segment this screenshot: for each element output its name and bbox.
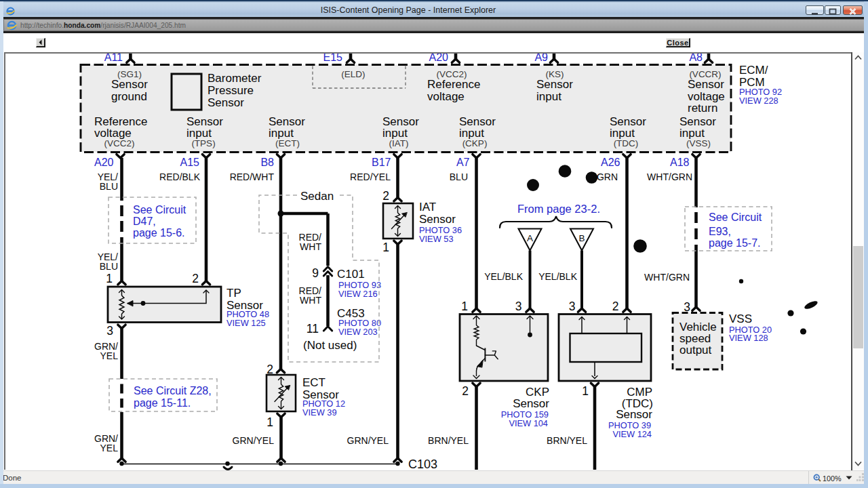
svg-text:3: 3 bbox=[569, 300, 576, 313]
svg-text:See Circuit: See Circuit bbox=[709, 211, 762, 223]
svg-text:YEL/BLK: YEL/BLK bbox=[538, 271, 577, 282]
svg-text:return: return bbox=[688, 102, 717, 115]
svg-text:YEL: YEL bbox=[100, 350, 119, 361]
svg-text:2: 2 bbox=[192, 272, 199, 285]
svg-text:C103: C103 bbox=[408, 458, 437, 471]
svg-text:(Not used): (Not used) bbox=[303, 339, 357, 352]
svg-text:2: 2 bbox=[612, 300, 619, 313]
svg-text:B17: B17 bbox=[372, 157, 391, 168]
svg-text:CKP: CKP bbox=[526, 386, 549, 399]
svg-text:1: 1 bbox=[582, 384, 589, 398]
svg-text:Pressure: Pressure bbox=[208, 84, 254, 97]
svg-text:ECM/: ECM/ bbox=[739, 64, 768, 77]
svg-text:WHT: WHT bbox=[300, 295, 321, 306]
svg-text:9: 9 bbox=[312, 266, 319, 280]
svg-text:BLU: BLU bbox=[100, 261, 118, 272]
svg-text:Sensor: Sensor bbox=[688, 78, 724, 91]
svg-text:ground: ground bbox=[111, 90, 147, 103]
svg-text:voltage: voltage bbox=[427, 90, 465, 103]
svg-text:A8: A8 bbox=[689, 52, 703, 63]
svg-text:Sensor: Sensor bbox=[459, 115, 496, 128]
svg-text:(TPS): (TPS) bbox=[191, 138, 215, 148]
svg-text:BRN/YEL: BRN/YEL bbox=[547, 435, 587, 446]
svg-text:(ELD): (ELD) bbox=[341, 69, 365, 79]
svg-text:Sensor: Sensor bbox=[616, 408, 652, 421]
svg-text:Sedan: Sedan bbox=[300, 190, 334, 203]
svg-text:VIEW 228: VIEW 228 bbox=[739, 96, 778, 106]
svg-text:page 15-11.: page 15-11. bbox=[134, 397, 191, 409]
svg-text:IAT: IAT bbox=[419, 201, 436, 214]
svg-text:A7: A7 bbox=[456, 157, 470, 168]
svg-text:input: input bbox=[536, 90, 561, 103]
svg-text:YEL/BLK: YEL/BLK bbox=[484, 271, 523, 282]
svg-text:Sensor: Sensor bbox=[269, 115, 305, 128]
svg-text:Sensor: Sensor bbox=[419, 213, 456, 226]
svg-text:A9: A9 bbox=[534, 52, 548, 63]
svg-text:A11: A11 bbox=[104, 52, 123, 63]
svg-text:Reference: Reference bbox=[94, 115, 147, 128]
svg-text:C101: C101 bbox=[337, 268, 365, 281]
svg-text:WHT/GRN: WHT/GRN bbox=[647, 171, 692, 182]
svg-text:Sensor: Sensor bbox=[186, 115, 223, 128]
svg-text:3: 3 bbox=[684, 300, 690, 314]
svg-text:A20: A20 bbox=[429, 52, 449, 63]
svg-text:(IAT): (IAT) bbox=[389, 138, 409, 148]
svg-text:RED/WHT: RED/WHT bbox=[230, 171, 275, 182]
svg-text:page 15-7.: page 15-7. bbox=[709, 237, 761, 249]
svg-text:TP: TP bbox=[226, 287, 241, 300]
svg-text:BLU: BLU bbox=[100, 181, 118, 192]
svg-text:E15: E15 bbox=[323, 52, 343, 63]
svg-text:Sensor: Sensor bbox=[536, 78, 573, 91]
svg-text:YEL: YEL bbox=[100, 443, 119, 453]
svg-text:CMP: CMP bbox=[627, 386, 652, 399]
svg-text:Sensor: Sensor bbox=[208, 96, 244, 109]
svg-text:See Circuit Z28,: See Circuit Z28, bbox=[134, 385, 212, 396]
svg-text:B8: B8 bbox=[260, 157, 274, 168]
svg-text:BLU: BLU bbox=[450, 171, 468, 182]
svg-text:1: 1 bbox=[106, 272, 113, 285]
svg-text:Barometer: Barometer bbox=[208, 72, 262, 85]
svg-text:From page 23-2.: From page 23-2. bbox=[517, 203, 600, 215]
svg-text:WHT: WHT bbox=[300, 241, 321, 252]
svg-text:RED/BLK: RED/BLK bbox=[159, 171, 201, 182]
svg-text:Sensor: Sensor bbox=[610, 115, 646, 128]
svg-text:BRN/YEL: BRN/YEL bbox=[428, 435, 469, 446]
svg-text:GRN: GRN bbox=[597, 171, 618, 182]
svg-text:VIEW 104: VIEW 104 bbox=[509, 418, 548, 428]
svg-text:RED/YEL: RED/YEL bbox=[350, 171, 391, 182]
svg-text:2: 2 bbox=[382, 189, 389, 203]
svg-text:output: output bbox=[679, 344, 712, 357]
svg-text:VIEW 128: VIEW 128 bbox=[729, 333, 768, 343]
svg-text:1: 1 bbox=[267, 415, 273, 429]
svg-text:GRN/YEL: GRN/YEL bbox=[347, 435, 389, 446]
svg-text:WHT/GRN: WHT/GRN bbox=[644, 272, 690, 283]
svg-text:3: 3 bbox=[515, 300, 522, 313]
svg-text:(VSS): (VSS) bbox=[686, 138, 711, 148]
svg-text:VIEW 53: VIEW 53 bbox=[419, 234, 454, 244]
svg-text:Reference: Reference bbox=[427, 78, 480, 91]
svg-text:3: 3 bbox=[106, 324, 113, 338]
svg-text:A: A bbox=[527, 233, 533, 243]
svg-text:E93,: E93, bbox=[709, 226, 731, 237]
svg-text:Sensor: Sensor bbox=[513, 397, 549, 410]
svg-text:(ECT): (ECT) bbox=[275, 138, 300, 148]
svg-text:page 15-6.: page 15-6. bbox=[133, 227, 185, 239]
svg-text:VIEW 124: VIEW 124 bbox=[612, 429, 652, 439]
svg-text:ECT: ECT bbox=[302, 376, 326, 389]
svg-text:B: B bbox=[578, 233, 585, 243]
svg-text:A15: A15 bbox=[180, 157, 200, 168]
svg-text:VIEW 39: VIEW 39 bbox=[302, 407, 337, 418]
svg-text:A26: A26 bbox=[601, 157, 620, 168]
svg-text:2: 2 bbox=[267, 363, 273, 376]
svg-text:VIEW 216: VIEW 216 bbox=[338, 289, 378, 299]
svg-text:VSS: VSS bbox=[729, 312, 752, 325]
svg-text:11: 11 bbox=[307, 322, 319, 336]
svg-text:VIEW 125: VIEW 125 bbox=[226, 318, 266, 328]
svg-text:(CKP): (CKP) bbox=[462, 138, 488, 148]
svg-text:A20: A20 bbox=[94, 157, 114, 168]
svg-text:(TDC): (TDC) bbox=[614, 138, 639, 148]
svg-text:Sensor: Sensor bbox=[382, 115, 419, 128]
svg-text:A18: A18 bbox=[670, 157, 690, 168]
svg-text:1: 1 bbox=[461, 300, 468, 313]
svg-text:Sensor: Sensor bbox=[111, 78, 148, 91]
